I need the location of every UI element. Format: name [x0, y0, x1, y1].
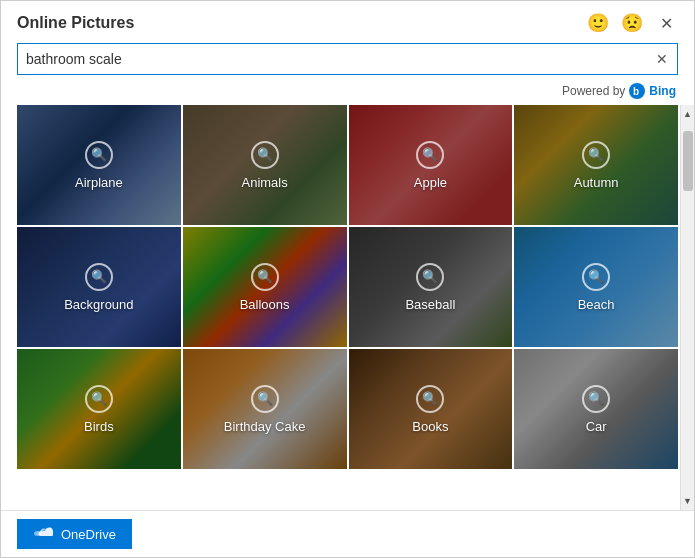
bing-logo-icon: b — [629, 83, 645, 99]
search-circle-icon: 🔍 — [85, 385, 113, 413]
sad-icon[interactable]: 😟 — [620, 11, 644, 35]
search-circle-icon: 🔍 — [582, 263, 610, 291]
grid-item-label-balloons: Balloons — [240, 297, 290, 312]
grid-item-overlay-baseball: 🔍 Baseball — [349, 227, 513, 347]
grid-item-label-baseball: Baseball — [405, 297, 455, 312]
grid-item-baseball[interactable]: 🔍 Baseball — [349, 227, 513, 347]
online-pictures-dialog: Online Pictures 🙂 😟 ✕ ✕ Powered by b Bin… — [0, 0, 695, 558]
grid-item-birthday-cake[interactable]: 🔍 Birthday Cake — [183, 349, 347, 469]
smiley-icon[interactable]: 🙂 — [586, 11, 610, 35]
grid-item-books[interactable]: 🔍 Books — [349, 349, 513, 469]
dialog-title: Online Pictures — [17, 14, 134, 32]
onedrive-label: OneDrive — [61, 527, 116, 542]
scrollbar-thumb[interactable] — [683, 131, 693, 191]
grid-item-overlay-balloons: 🔍 Balloons — [183, 227, 347, 347]
grid-item-overlay-airplane: 🔍 Airplane — [17, 105, 181, 225]
scrollbar[interactable]: ▲ ▼ — [680, 105, 694, 510]
search-circle-icon: 🔍 — [85, 141, 113, 169]
grid-item-car[interactable]: 🔍 Car — [514, 349, 678, 469]
search-circle-icon: 🔍 — [251, 141, 279, 169]
grid-item-label-beach: Beach — [578, 297, 615, 312]
grid-item-overlay-birthday-cake: 🔍 Birthday Cake — [183, 349, 347, 469]
grid-item-overlay-background: 🔍 Background — [17, 227, 181, 347]
title-icon-group: 🙂 😟 ✕ — [586, 11, 678, 35]
grid-item-overlay-car: 🔍 Car — [514, 349, 678, 469]
grid-item-label-apple: Apple — [414, 175, 447, 190]
grid-item-autumn[interactable]: 🔍 Autumn — [514, 105, 678, 225]
powered-by-label: Powered by — [562, 84, 625, 98]
search-circle-icon: 🔍 — [251, 385, 279, 413]
svg-text:b: b — [633, 86, 639, 97]
grid-item-overlay-books: 🔍 Books — [349, 349, 513, 469]
grid-item-overlay-beach: 🔍 Beach — [514, 227, 678, 347]
search-circle-icon: 🔍 — [85, 263, 113, 291]
bing-label: Bing — [649, 84, 676, 98]
search-circle-icon: 🔍 — [416, 263, 444, 291]
search-circle-icon: 🔍 — [416, 141, 444, 169]
image-grid: 🔍 Airplane 🔍 Animals 🔍 Apple 🔍 Autumn 🔍 … — [1, 105, 680, 471]
title-bar: Online Pictures 🙂 😟 ✕ — [1, 1, 694, 43]
grid-item-overlay-birds: 🔍 Birds — [17, 349, 181, 469]
grid-item-label-autumn: Autumn — [574, 175, 619, 190]
grid-item-label-car: Car — [586, 419, 607, 434]
grid-item-overlay-animals: 🔍 Animals — [183, 105, 347, 225]
onedrive-icon — [33, 525, 53, 543]
grid-item-birds[interactable]: 🔍 Birds — [17, 349, 181, 469]
grid-item-background[interactable]: 🔍 Background — [17, 227, 181, 347]
grid-item-label-birthday-cake: Birthday Cake — [224, 419, 306, 434]
search-clear-button[interactable]: ✕ — [647, 44, 677, 74]
content-area: 🔍 Airplane 🔍 Animals 🔍 Apple 🔍 Autumn 🔍 … — [1, 105, 694, 510]
scroll-up-arrow[interactable]: ▲ — [681, 105, 695, 123]
grid-item-label-background: Background — [64, 297, 133, 312]
grid-item-beach[interactable]: 🔍 Beach — [514, 227, 678, 347]
grid-item-overlay-apple: 🔍 Apple — [349, 105, 513, 225]
scroll-down-arrow[interactable]: ▼ — [681, 492, 695, 510]
footer: OneDrive — [1, 510, 694, 557]
grid-item-airplane[interactable]: 🔍 Airplane — [17, 105, 181, 225]
close-button[interactable]: ✕ — [654, 11, 678, 35]
grid-item-label-airplane: Airplane — [75, 175, 123, 190]
grid-item-label-birds: Birds — [84, 419, 114, 434]
svg-point-2 — [34, 531, 42, 536]
grid-item-label-animals: Animals — [242, 175, 288, 190]
onedrive-button[interactable]: OneDrive — [17, 519, 132, 549]
search-circle-icon: 🔍 — [582, 385, 610, 413]
search-circle-icon: 🔍 — [251, 263, 279, 291]
grid-item-balloons[interactable]: 🔍 Balloons — [183, 227, 347, 347]
search-input[interactable] — [18, 45, 647, 73]
grid-item-overlay-autumn: 🔍 Autumn — [514, 105, 678, 225]
search-circle-icon: 🔍 — [582, 141, 610, 169]
search-circle-icon: 🔍 — [416, 385, 444, 413]
powered-by-bar: Powered by b Bing — [1, 81, 694, 105]
grid-item-apple[interactable]: 🔍 Apple — [349, 105, 513, 225]
grid-item-label-books: Books — [412, 419, 448, 434]
search-bar: ✕ — [17, 43, 678, 75]
grid-item-animals[interactable]: 🔍 Animals — [183, 105, 347, 225]
grid-container: 🔍 Airplane 🔍 Animals 🔍 Apple 🔍 Autumn 🔍 … — [1, 105, 680, 510]
